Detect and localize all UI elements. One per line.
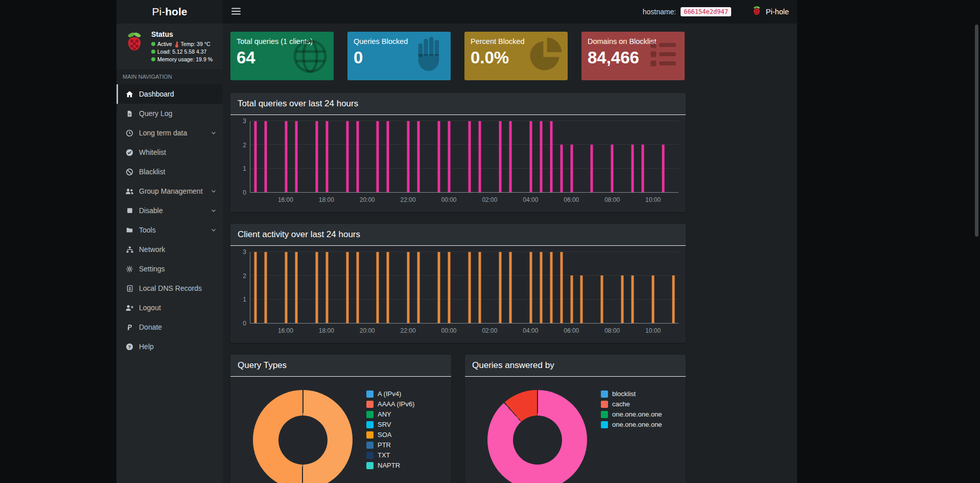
status-line-active: Active Temp: 39 °C xyxy=(151,41,213,47)
legend-label: A (IPv4) xyxy=(378,390,401,398)
bar xyxy=(540,121,542,192)
bar xyxy=(570,145,573,192)
status-line-load: Load: 5.12 5.58 4.37 xyxy=(151,49,213,55)
bar xyxy=(540,252,542,323)
chart-plot-area[interactable] xyxy=(250,252,679,324)
chart-plot-area[interactable] xyxy=(250,121,679,193)
legend-item[interactable]: cache xyxy=(601,400,662,408)
legend-item[interactable]: AAAA (IPv6) xyxy=(366,400,414,408)
y-tick-label: 3 xyxy=(243,248,246,256)
legend-item[interactable]: SOA xyxy=(366,431,414,439)
bar xyxy=(285,252,287,323)
donut-hole xyxy=(278,416,328,465)
sidebar-item-group-management[interactable]: Group Management xyxy=(116,181,223,201)
globe-icon xyxy=(290,36,331,79)
legend-item[interactable]: ANY xyxy=(366,410,414,418)
sidebar-item-settings[interactable]: Settings xyxy=(116,259,223,279)
queries-answered-by-chart[interactable]: blocklistcacheone.one.one.oneone.one.one… xyxy=(465,377,686,483)
hamburger-icon xyxy=(231,9,241,16)
panel-header: Total queries over last 24 hours xyxy=(230,93,686,115)
legend-label: PTR xyxy=(378,441,391,449)
x-tick-label: 00:00 xyxy=(441,196,457,203)
legend-label: one.one.one.one xyxy=(612,410,662,418)
bar xyxy=(570,275,573,323)
user-x-icon xyxy=(125,304,134,312)
legend-label: SOA xyxy=(378,431,391,439)
bar xyxy=(346,121,348,192)
percent-blocked-card[interactable]: Percent Blocked0.0% xyxy=(464,32,568,80)
client-activity-chart[interactable]: 012316:0018:0020:0022:0000:0002:0004:000… xyxy=(230,246,686,343)
bar xyxy=(438,121,440,192)
sidebar-item-network[interactable]: Network xyxy=(116,240,223,259)
sidebar-item-logout[interactable]: Logout xyxy=(116,298,223,317)
y-tick-label: 2 xyxy=(243,272,246,280)
sidebar-item-tools[interactable]: Tools xyxy=(116,220,223,240)
sidebar-item-query-log[interactable]: Query Log xyxy=(116,104,223,123)
legend-item[interactable]: A (IPv4) xyxy=(366,390,414,398)
bar xyxy=(325,121,328,192)
top-navbar: Pi- hole hostname: 666154e2d947 Pi-hole xyxy=(116,0,797,24)
query-types-chart[interactable]: A (IPv4)AAAA (IPv6)ANYSRVSOAPTRTXTNAPTR xyxy=(230,377,451,483)
summary-cards-row: Total queries (1 clients)64Queries Block… xyxy=(230,32,686,80)
bar xyxy=(478,121,481,192)
bar xyxy=(550,252,552,323)
bar xyxy=(591,145,593,192)
sidebar-item-blacklist[interactable]: Blacklist xyxy=(116,162,223,181)
total-queries-chart[interactable]: 012316:0018:0020:0022:0000:0002:0004:000… xyxy=(230,115,686,212)
app-logo[interactable]: Pi- hole xyxy=(116,0,223,24)
sidebar-item-donate[interactable]: Donate xyxy=(116,317,223,337)
navbar-brand-label: Pi-hole xyxy=(766,8,789,16)
domains-on-blocklist-card[interactable]: Domains on Blocklist84,466 xyxy=(581,32,685,80)
legend-item[interactable]: one.one.one.one xyxy=(601,410,662,418)
folder-icon xyxy=(125,226,134,234)
x-tick-label: 10:00 xyxy=(645,327,661,334)
navbar-brand[interactable]: Pi-hole xyxy=(751,6,789,18)
chevron-down-icon xyxy=(211,208,217,214)
sidebar-item-help[interactable]: ?Help xyxy=(116,337,223,356)
total-queries-1-clients-card[interactable]: Total queries (1 clients)64 xyxy=(230,32,334,80)
legend-item[interactable]: one.one.one.one xyxy=(601,421,662,428)
legend-item[interactable]: SRV xyxy=(366,421,414,428)
chart-legend: blocklistcacheone.one.one.oneone.one.one… xyxy=(601,390,662,483)
bar xyxy=(468,252,471,323)
sidebar-item-dashboard[interactable]: Dashboard xyxy=(116,84,223,104)
x-tick-label: 08:00 xyxy=(604,327,620,334)
sidebar-item-local-dns-records[interactable]: Local DNS Records xyxy=(116,279,223,298)
legend-label: blocklist xyxy=(612,390,636,398)
sidebar-section-label: MAIN NAVIGATION xyxy=(116,69,223,84)
legend-label: cache xyxy=(612,400,630,408)
doughnut[interactable] xyxy=(487,390,587,483)
legend-item[interactable]: PTR xyxy=(366,441,414,449)
sidebar-item-disable[interactable]: Disable xyxy=(116,201,223,220)
browser-scrollbar[interactable] xyxy=(975,25,978,237)
panel-header: Queries answered by xyxy=(465,355,686,377)
home-icon xyxy=(125,90,134,98)
bar xyxy=(387,252,389,323)
hand-icon xyxy=(411,36,448,75)
paypal-icon xyxy=(125,324,134,331)
legend-item[interactable]: blocklist xyxy=(601,390,662,398)
bar xyxy=(417,121,420,192)
legend-swatch xyxy=(366,390,374,398)
sidebar-item-label: Blacklist xyxy=(139,168,165,176)
doughnut[interactable] xyxy=(253,390,353,483)
legend-item[interactable]: TXT xyxy=(366,451,414,459)
x-tick-label: 04:00 xyxy=(523,327,538,334)
raspberry-logo-icon xyxy=(751,6,762,18)
legend-item[interactable]: NAPTR xyxy=(366,462,414,469)
sidebar-toggle-button[interactable] xyxy=(223,0,249,24)
bar xyxy=(254,252,256,323)
y-axis: 0123 xyxy=(238,252,250,324)
bar xyxy=(621,275,624,323)
legend-swatch xyxy=(601,411,608,418)
bar xyxy=(356,252,359,323)
bar xyxy=(550,121,552,192)
sidebar-item-whitelist[interactable]: Whitelist xyxy=(116,143,223,162)
sidebar-item-label: Local DNS Records xyxy=(139,284,202,292)
bar-chart: 0123 xyxy=(238,121,679,193)
bar xyxy=(652,275,655,323)
sidebar-item-label: Query Log xyxy=(139,109,172,118)
sidebar-item-long-term-data[interactable]: Long term data xyxy=(116,123,223,143)
queries-blocked-card[interactable]: Queries Blocked0 xyxy=(347,32,451,80)
bottom-panels-row: Query Types A (IPv4)AAAA (IPv6)ANYSRVSOA… xyxy=(230,355,686,483)
